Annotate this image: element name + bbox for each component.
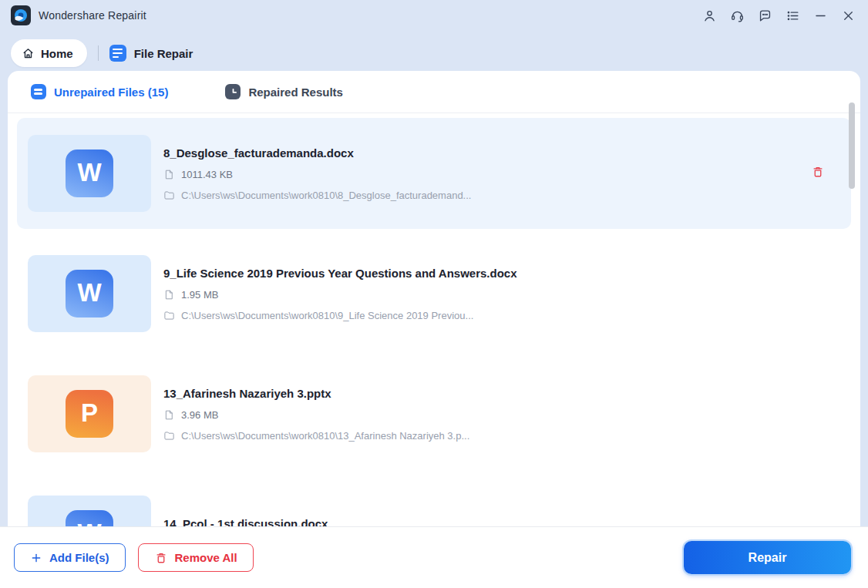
file-type-tile: W — [28, 255, 151, 332]
file-type-tile: W — [28, 135, 151, 212]
file-path-row: C:\Users\ws\Documents\work0810\9_Life Sc… — [163, 310, 517, 321]
file-path: C:\Users\ws\Documents\work0810\9_Life Sc… — [181, 310, 473, 321]
menu-list-icon[interactable] — [782, 5, 803, 26]
powerpoint-file-icon: P — [66, 390, 113, 438]
add-files-button[interactable]: Add File(s) — [14, 543, 126, 572]
file-path-row: C:\Users\ws\Documents\work0810\8_Desglos… — [163, 190, 471, 201]
tab-label: Repaired Results — [248, 86, 343, 99]
file-repair-icon — [109, 45, 126, 62]
feedback-message-icon[interactable] — [754, 5, 775, 26]
file-size-row: 3.96 MB — [163, 409, 469, 421]
file-page-icon — [163, 289, 175, 301]
repair-label: Repair — [749, 551, 787, 565]
file-list-item[interactable]: W 8_Desglose_facturademanda.docx 1011.43… — [17, 118, 851, 229]
file-list-item[interactable]: P 13_Afarinesh Nazariyeh 3.pptx 3.96 MB … — [17, 358, 851, 469]
main-panel: Unrepaired Files (15) Repaired Results W… — [8, 71, 860, 588]
home-icon — [22, 47, 35, 60]
file-size: 1.95 MB — [181, 289, 218, 301]
file-size: 3.96 MB — [181, 409, 218, 421]
file-list-item[interactable]: W 9_Life Science 2019 Previous Year Ques… — [17, 238, 851, 349]
app-title: Wondershare Repairit — [39, 9, 146, 22]
home-button[interactable]: Home — [11, 39, 87, 67]
file-path-row: C:\Users\ws\Documents\work0810\13_Afarin… — [163, 430, 469, 442]
add-files-label: Add File(s) — [49, 551, 109, 564]
folder-icon — [163, 190, 175, 201]
file-path: C:\Users\ws\Documents\work0810\13_Afarin… — [181, 430, 469, 442]
tab-unrepaired-files[interactable]: Unrepaired Files (15) — [31, 84, 168, 99]
repair-button[interactable]: Repair — [684, 541, 851, 574]
file-name: 9_Life Science 2019 Previous Year Questi… — [163, 267, 517, 280]
repaired-results-clock-icon — [225, 84, 241, 99]
unrepaired-files-icon — [31, 84, 46, 99]
file-size-row: 1011.43 KB — [163, 169, 471, 180]
file-name: 8_Desglose_facturademanda.docx — [163, 146, 471, 160]
module-label: File Repair — [134, 47, 193, 60]
tab-repaired-results[interactable]: Repaired Results — [225, 84, 343, 99]
word-file-icon: W — [66, 270, 113, 318]
file-name: 13_Afarinesh Nazariyeh 3.pptx — [163, 387, 469, 400]
file-page-icon — [163, 409, 175, 421]
remove-all-label: Remove All — [175, 551, 237, 564]
file-list: W 8_Desglose_facturademanda.docx 1011.43… — [8, 114, 860, 588]
file-size-row: 1.95 MB — [163, 289, 517, 301]
file-type-tile: P — [28, 375, 151, 452]
minimize-icon[interactable] — [809, 5, 831, 26]
file-path: C:\Users\ws\Documents\work0810\8_Desglos… — [181, 190, 471, 201]
nav-divider — [98, 45, 99, 61]
trash-icon — [154, 551, 168, 565]
word-file-icon: W — [66, 150, 113, 197]
nav-row: Home File Repair — [11, 39, 193, 68]
delete-file-icon[interactable] — [811, 165, 825, 182]
folder-icon — [163, 310, 175, 321]
folder-icon — [163, 430, 175, 442]
support-headset-icon[interactable] — [726, 5, 748, 26]
account-icon[interactable] — [698, 5, 720, 26]
home-label: Home — [41, 47, 73, 60]
scrollbar-thumb[interactable] — [849, 102, 855, 189]
app-logo-icon — [11, 5, 31, 25]
tab-label: Unrepaired Files (15) — [54, 86, 168, 99]
tab-bar: Unrepaired Files (15) Repaired Results — [8, 71, 860, 113]
file-page-icon — [163, 169, 175, 180]
file-size: 1011.43 KB — [181, 169, 233, 180]
footer-bar: Add File(s) Remove All Repair — [0, 526, 868, 588]
close-icon[interactable] — [837, 5, 859, 26]
titlebar: Wondershare Repairit — [0, 0, 868, 31]
plus-icon — [30, 552, 42, 564]
remove-all-button[interactable]: Remove All — [138, 543, 254, 572]
module-tab-file-repair[interactable]: File Repair — [109, 45, 193, 62]
